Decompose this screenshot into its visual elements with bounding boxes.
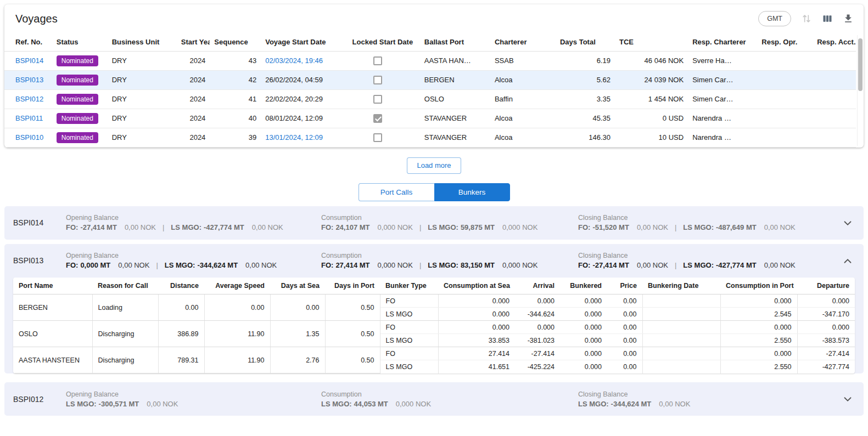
cell-days-total: 5.62 (556, 70, 615, 89)
cell-sequence: 41 (210, 89, 261, 109)
cell-sequence: 39 (210, 128, 261, 147)
locked-checkbox[interactable] (373, 56, 382, 65)
page-title: Voyages (15, 13, 58, 25)
status-badge: Nominated (57, 113, 98, 124)
closing-balance-section: Closing Balance LS MGO: -344,624 MT 0,00… (578, 390, 833, 408)
voyage-row[interactable]: BSPI010 Nominated DRY 2024 39 13/01/2024… (4, 128, 856, 147)
cell-days-total: 6.19 (556, 51, 615, 70)
cell-consumption-in-port: 0.000 (720, 321, 797, 334)
voyage-row[interactable]: BSPI014 Nominated DRY 2024 43 02/03/2024… (4, 51, 856, 70)
download-icon[interactable] (843, 13, 854, 24)
locked-checkbox[interactable] (373, 76, 382, 84)
cell-port-name: OSLO (13, 321, 92, 347)
value-separator: | (419, 261, 421, 269)
voyages-header-row: Ref. No. Status Business Unit Start Year… (4, 33, 856, 51)
cell-port-name: AASTA HANSTEEN (13, 347, 92, 373)
cell-bunkering-date (642, 321, 720, 334)
locked-checkbox[interactable] (373, 114, 382, 123)
voyage-ref-link[interactable]: BSPI011 (15, 114, 43, 122)
cell-consumption-at-sea: 41.651 (438, 360, 515, 373)
tab-port-calls[interactable]: Port Calls (359, 183, 434, 201)
cell-resp-opr (757, 89, 813, 109)
cell-consumption-in-port: 0.000 (720, 295, 797, 308)
timezone-button[interactable]: GMT (758, 11, 791, 26)
bunker-panel-bspi012: BSPI012 Opening Balance LS MGO: -300,571… (4, 382, 864, 416)
cell-days-at-sea: 1.35 (270, 321, 325, 347)
panel-header[interactable]: BSPI012 Opening Balance LS MGO: -300,571… (4, 382, 864, 416)
section-values: FO: -27,414 MT 0,00 NOK | LS MGO: -427,7… (66, 223, 321, 231)
panel-id: BSPI014 (13, 218, 66, 227)
cell-start-year: 2024 (177, 128, 210, 147)
cell-resp-acct (813, 128, 856, 147)
panel-header[interactable]: BSPI013 Opening Balance FO: 0,000 MT 0,0… (4, 244, 864, 278)
port-bunker-row: BERGEN Loading 0.00 0.00 0.00 0.50 FO 0.… (13, 295, 855, 308)
section-label: Consumption (321, 390, 578, 398)
col-bunkered: Bunkered (560, 278, 607, 295)
voyage-ref-link[interactable]: BSPI014 (15, 56, 43, 65)
cell-locked (348, 128, 420, 147)
consumption-section: Consumption FO: 24,107 MT 0,000 NOK | LS… (321, 214, 578, 231)
cell-bunkered: 0.000 (560, 321, 607, 334)
opening-balance-section: Opening Balance FO: 0,000 MT 0,00 NOK | … (66, 252, 321, 269)
cell-start-year: 2024 (177, 51, 210, 70)
voyage-start-date-link[interactable]: 13/01/2024, 12:09 (265, 133, 323, 141)
col-resp-acct: Resp. Acct. (813, 33, 856, 51)
cell-sequence: 42 (210, 70, 261, 89)
voyage-row[interactable]: BSPI011 Nominated DRY 2024 40 08/01/2024… (4, 109, 856, 128)
cell-price: 0.00 (607, 334, 642, 347)
cell-average-speed: 11.90 (204, 347, 270, 373)
voyage-ref-link[interactable]: BSPI013 (15, 76, 43, 84)
tab-bunkers[interactable]: Bunkers (434, 183, 510, 201)
cell-days-in-port: 0.50 (325, 321, 380, 347)
consumption-section: Consumption LS MGO: 44,053 MT 0,000 NOK (321, 390, 578, 408)
cell-voyage-start-date: 22/02/2024, 20:29 (261, 89, 348, 109)
cell-bunker-type: LS MGO (380, 308, 438, 321)
cell-days-total: 45.35 (556, 109, 615, 128)
cell-resp-charterer: Narendra … (688, 109, 757, 128)
panel-header[interactable]: BSPI014 Opening Balance FO: -27,414 MT 0… (4, 206, 864, 240)
cell-start-year: 2024 (177, 89, 210, 109)
locked-checkbox[interactable] (373, 95, 382, 104)
cell-tce: 46 046 NOK (615, 51, 688, 70)
value-separator: | (675, 261, 676, 269)
value-separator: | (675, 223, 676, 231)
status-badge: Nominated (57, 75, 98, 86)
cell-consumption-in-port: 2.550 (720, 334, 797, 347)
cell-tce: 24 039 NOK (615, 70, 688, 89)
status-badge: Nominated (57, 55, 98, 66)
voyage-row[interactable]: BSPI013 Nominated DRY 2024 42 26/02/2024… (4, 70, 856, 89)
load-more-button[interactable]: Load more (407, 157, 461, 174)
col-consumption-in-port: Consumption in Port (720, 278, 797, 295)
cell-resp-acct (813, 89, 856, 109)
cell-ref: BSPI010 (4, 128, 52, 147)
scrollbar-thumb[interactable] (858, 38, 863, 91)
cell-bunker-type: FO (380, 321, 438, 334)
value-separator: | (419, 223, 421, 231)
cell-reason: Discharging (92, 321, 158, 347)
voyage-start-date-link[interactable]: 02/03/2024, 19:46 (265, 56, 323, 65)
cell-reason: Discharging (92, 347, 158, 373)
cell-bunkering-date (642, 360, 720, 373)
col-bunkering-date: Bunkering Date (642, 278, 720, 295)
voyage-row[interactable]: BSPI012 Nominated DRY 2024 41 22/02/2024… (4, 89, 856, 109)
cell-business-unit: DRY (108, 128, 177, 147)
col-arrival: Arrival (515, 278, 560, 295)
voyage-ref-link[interactable]: BSPI010 (15, 133, 43, 141)
chevron-down-icon[interactable] (842, 217, 854, 231)
cell-departure: -27.414 (797, 347, 855, 360)
cell-price: 0.00 (607, 360, 642, 373)
cell-business-unit: DRY (108, 89, 177, 109)
chevron-down-icon[interactable] (842, 393, 854, 407)
col-days-at-sea: Days at Sea (270, 278, 325, 295)
col-resp-charterer: Resp. Charterer (688, 33, 757, 51)
section-label: Closing Balance (578, 252, 833, 259)
cell-departure: -383.573 (797, 334, 855, 347)
columns-icon[interactable] (822, 13, 833, 24)
locked-checkbox[interactable] (373, 133, 382, 142)
sort-icon[interactable] (801, 13, 812, 24)
cell-charterer: Alcoa (490, 128, 556, 147)
cell-business-unit: DRY (108, 70, 177, 89)
voyage-ref-link[interactable]: BSPI012 (15, 95, 43, 103)
chevron-up-icon[interactable] (842, 255, 854, 269)
cell-consumption-at-sea: 0.000 (438, 308, 515, 321)
